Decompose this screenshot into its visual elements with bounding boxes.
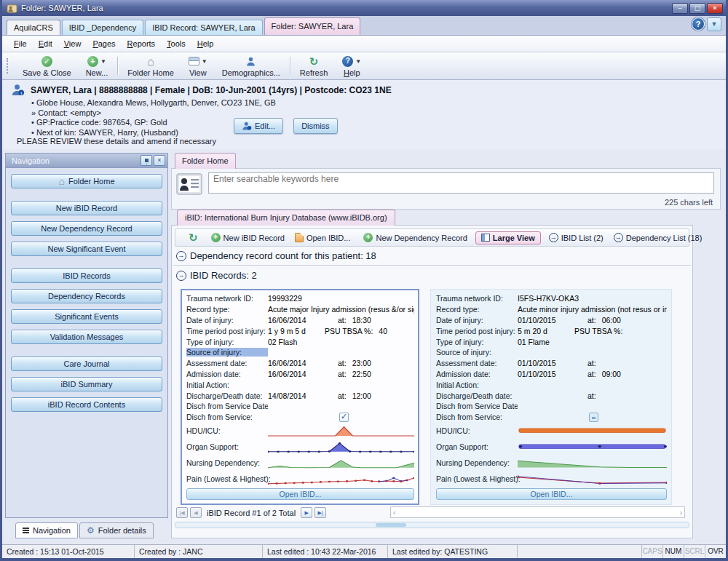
close-icon[interactable]: × (154, 155, 165, 166)
person-icon (245, 56, 256, 67)
ibid-refresh-button[interactable]: ↻ (183, 231, 203, 244)
field-value: 01/10/2015 (518, 370, 587, 378)
disch-from-service-checkbox[interactable] (589, 413, 598, 422)
view-button[interactable]: ▼ View (181, 54, 215, 78)
bottom-scrollbar[interactable] (175, 522, 689, 528)
scrollbar-thumb[interactable] (376, 523, 406, 527)
tab-ibid-dependency[interactable]: IBID _Dependency (62, 20, 143, 35)
menu-tools[interactable]: Tools (161, 37, 191, 50)
field-label: Assessment date: (436, 359, 518, 367)
main-toolbar: ✓ Save & Close +▼ New... ⌂ Folder Home ▼… (2, 52, 726, 80)
nav-care-journal-button[interactable]: Care Journal (11, 357, 162, 371)
patient-address: • Globe House, Alexandra Mews, Hollygart… (31, 98, 720, 108)
dependency-count-heading: →Dependency record count for this patien… (172, 247, 692, 264)
first-record-button[interactable]: |◀ (176, 507, 188, 518)
nav-dependency-records-button[interactable]: Dependency Records (11, 289, 162, 303)
nav-new-dependency-record-button[interactable]: New Dependency Record (11, 221, 162, 236)
nav-validation-messages-button[interactable]: Validation Messages (11, 330, 162, 344)
open-ibid-button[interactable]: Open IBID... (436, 488, 667, 500)
tab-folder-active[interactable]: Folder: SAWYER, Lara (264, 17, 361, 35)
window-icon (481, 234, 490, 242)
tab-ibid-record[interactable]: IBID Record: SAWYER, Lara (145, 20, 262, 35)
dependency-list-button[interactable]: →Dependency List (18) (609, 231, 708, 244)
horizontal-scrollbar[interactable]: ‹› (390, 506, 685, 518)
field-value: Acute minor injury admission (not resus … (518, 305, 667, 314)
scroll-right-icon[interactable]: › (680, 509, 682, 517)
menu-edit[interactable]: Edit (33, 37, 58, 50)
toolbar-grip[interactable] (7, 58, 12, 73)
view-icon (189, 57, 199, 65)
ibid-database-tab[interactable]: iBID: International Burn Injury Database… (177, 210, 395, 226)
nav-new-ibid-record-button[interactable]: New iBID Record (11, 201, 162, 215)
dropdown-caret-icon: ▼ (355, 58, 361, 65)
arrow-right-icon: → (549, 233, 558, 242)
arrow-right-icon[interactable]: → (176, 251, 186, 261)
ibid-record-card-2[interactable]: Trauma network ID:I5FS-H7KV-OKA3 Record … (430, 289, 672, 505)
new-dependency-record-button[interactable]: +New Dependency Record (358, 231, 472, 244)
ibid-records-heading: →IBID Records: 2 (172, 266, 692, 284)
chevron-down-icon[interactable]: ▼ (707, 17, 721, 31)
last-record-button[interactable]: ▶| (314, 507, 326, 518)
num-indicator: NUM (662, 545, 684, 558)
save-close-button[interactable]: ✓ Save & Close (15, 54, 79, 78)
menu-view[interactable]: View (58, 37, 87, 50)
edit-button[interactable]: Edit... (234, 118, 283, 134)
demographics-button[interactable]: Demographics... (215, 54, 288, 78)
search-input[interactable] (208, 172, 714, 194)
plus-icon: + (363, 233, 373, 242)
field-label: Nursing Dependency: (186, 458, 268, 467)
nav-ibid-records-button[interactable]: IBID Records (11, 268, 162, 283)
tab-aquilacrs[interactable]: AquilaCRS (7, 20, 60, 35)
folder-home-button[interactable]: ⌂ Folder Home (120, 54, 181, 78)
ibid-record-card-1[interactable]: Trauma network ID:19993229 Record type:A… (181, 289, 419, 505)
previous-record-button[interactable]: ◀ (190, 507, 202, 518)
gear-icon: ⚙ (87, 525, 95, 536)
field-value: 1 y 9 m 5 d (268, 327, 325, 335)
organ-support-sparkline (268, 439, 414, 454)
menu-file[interactable]: File (8, 37, 33, 50)
nav-ibid-record-contents-button[interactable]: iBID Record Contents (11, 397, 162, 412)
tab-navigation[interactable]: Navigation (15, 522, 78, 538)
menu-reports[interactable]: Reports (122, 37, 162, 50)
field-label-selected[interactable]: Source of injury: (186, 348, 268, 357)
nav-folder-home-button[interactable]: ⌂Folder Home (11, 174, 162, 188)
help-icon[interactable]: ? (692, 17, 705, 31)
disch-from-service-checkbox[interactable] (339, 413, 349, 422)
new-button[interactable]: +▼ New... (79, 54, 116, 78)
pin-icon[interactable] (141, 155, 152, 166)
field-value: 14/08/2014 (268, 391, 338, 400)
record-position-label: iBID Record #1 of 2 Total (204, 509, 298, 517)
menu-pages[interactable]: Pages (87, 37, 121, 50)
folder-home-tab[interactable]: Folder Home (175, 153, 236, 169)
field-label: Nursing Dependency: (436, 458, 518, 467)
patient-contact: » Contact: <empty> (31, 108, 720, 119)
panel-tabs: Navigation ⚙Folder details (5, 521, 154, 538)
open-ibid-button[interactable]: Open IBID... (290, 231, 356, 244)
chars-left-label: 225 chars left (665, 198, 713, 207)
nav-significant-events-button[interactable]: Significant Events (11, 309, 162, 324)
arrow-right-icon[interactable]: → (176, 271, 186, 281)
field-label: Date of injury: (186, 316, 268, 325)
patient-icon: i (11, 83, 25, 97)
check-icon: ✓ (41, 56, 52, 67)
new-ibid-record-button[interactable]: +New iBID Record (206, 231, 290, 244)
field-label: Pain (Lowest & Highest): (186, 474, 268, 483)
refresh-button[interactable]: ↻ Refresh (293, 54, 336, 78)
workspace: Navigation × ⌂Folder Home New iBID Recor… (2, 149, 726, 541)
tab-folder-details[interactable]: ⚙Folder details (79, 522, 154, 538)
open-ibid-button[interactable]: Open IBID... (186, 488, 414, 500)
large-view-toggle[interactable]: Large View (475, 231, 541, 244)
close-button[interactable]: × (707, 3, 723, 14)
help-button[interactable]: ?▼ Help (335, 54, 368, 78)
nav-ibid-summary-button[interactable]: iBID Summary (11, 377, 162, 391)
next-record-button[interactable]: ▶ (301, 507, 312, 518)
plus-icon: + (87, 56, 98, 67)
ibid-list-button[interactable]: →IBID List (2) (544, 231, 609, 244)
maximize-button[interactable]: ▢ (689, 3, 705, 14)
menu-help[interactable]: Help (191, 37, 220, 50)
field-value: 5 m 20 d (518, 327, 574, 335)
dismiss-button[interactable]: Dismiss (293, 118, 338, 134)
minimize-button[interactable]: – (672, 3, 688, 14)
scroll-left-icon[interactable]: ‹ (393, 509, 395, 517)
nav-new-significant-event-button[interactable]: New Significant Event (11, 242, 162, 256)
